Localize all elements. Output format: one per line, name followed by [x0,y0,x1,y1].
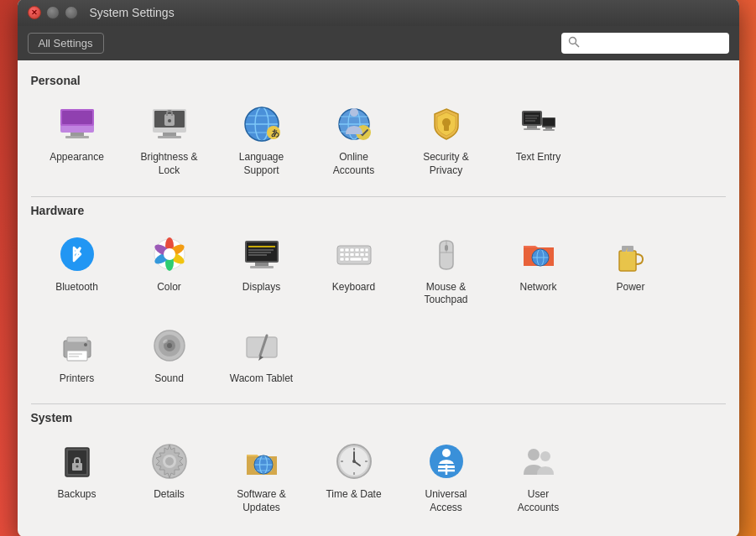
svg-rect-88 [69,353,82,355]
svg-point-102 [76,466,78,468]
svg-rect-36 [543,118,555,126]
divider-hardware [31,196,726,197]
setting-backups[interactable]: Backups [31,431,123,523]
svg-rect-69 [355,252,359,256]
brightness-lock-label: Brightness &Lock [140,151,197,177]
svg-point-94 [167,343,172,348]
section-title-personal: Personal [31,74,726,87]
language-support-label: LanguageSupport [239,151,284,177]
titlebar: ✕ System Settings [18,0,739,26]
system-grid: Backups Details [31,431,726,523]
mouse-touchpad-label: Mouse &Touchpad [424,281,467,307]
setting-wacom-tablet[interactable]: Wacom Tablet [216,315,308,394]
search-input[interactable] [585,37,722,49]
universal-access-icon [425,440,468,483]
all-settings-button[interactable]: All Settings [28,33,104,54]
setting-printers[interactable]: Printers [31,315,123,394]
svg-rect-54 [250,266,274,268]
svg-point-12 [168,119,171,122]
svg-point-0 [569,38,576,44]
network-label: Network [519,281,556,294]
close-button[interactable]: ✕ [28,6,41,19]
online-accounts-label: OnlineAccounts [333,151,374,177]
svg-rect-68 [350,252,354,256]
setting-text-entry[interactable]: Text Entry [493,94,585,185]
svg-rect-63 [355,248,359,252]
user-accounts-icon [517,440,560,483]
svg-rect-86 [67,337,87,342]
svg-rect-71 [365,252,368,256]
minimize-button[interactable] [46,6,60,19]
svg-point-28 [350,108,358,117]
setting-security-privacy[interactable]: Security &Privacy [400,94,493,185]
setting-color[interactable]: Color [123,224,216,315]
wacom-tablet-label: Wacom Tablet [230,372,293,386]
bluetooth-label: Bluetooth [55,281,98,294]
setting-network[interactable]: Network [493,224,585,315]
svg-rect-73 [345,258,349,261]
setting-sound[interactable]: Sound [123,315,216,394]
setting-time-date[interactable]: Time & Date [308,431,400,523]
section-title-hardware: Hardware [31,204,726,217]
setting-displays[interactable]: Displays [216,224,308,315]
svg-rect-75 [362,258,368,261]
setting-bluetooth[interactable]: Bluetooth [31,224,123,315]
search-box [561,33,729,54]
language-support-icon: あ [240,102,284,146]
system-settings-window: ✕ System Settings All Settings Personal [18,0,739,536]
svg-point-90 [84,343,87,346]
svg-rect-74 [350,258,362,261]
sound-label: Sound [154,372,184,386]
setting-appearance[interactable]: Appearance [31,94,123,185]
printers-label: Printers [60,372,94,386]
svg-rect-4 [62,111,92,124]
setting-user-accounts[interactable]: UserAccounts [493,431,585,523]
setting-language-support[interactable]: あ LanguageSupport [216,94,308,185]
search-icon [568,36,580,50]
power-label: Power [616,281,644,294]
setting-brightness-lock[interactable]: Brightness &Lock [123,94,216,185]
setting-software-updates[interactable]: Software &Updates [216,431,308,523]
mouse-touchpad-icon [425,232,468,276]
svg-line-1 [575,44,579,48]
appearance-icon [55,102,99,146]
keyboard-icon [332,232,376,276]
setting-universal-access[interactable]: UniversalAccess [400,431,493,523]
svg-point-50 [164,248,175,260]
svg-rect-65 [365,248,368,252]
setting-mouse-touchpad[interactable]: Mouse &Touchpad [400,224,493,315]
svg-rect-34 [524,128,540,130]
svg-rect-33 [527,126,537,128]
backups-label: Backups [57,488,96,502]
svg-rect-66 [340,252,344,256]
settings-content: Personal Appearance [18,60,739,536]
keyboard-label: Keyboard [332,281,375,294]
svg-rect-37 [545,127,552,129]
software-updates-icon [240,440,284,483]
setting-online-accounts[interactable]: OnlineAccounts [308,94,400,185]
setting-power[interactable]: Power [585,224,677,315]
svg-rect-10 [158,136,181,138]
svg-rect-70 [360,252,364,256]
svg-point-106 [165,457,174,466]
user-accounts-label: UserAccounts [518,488,559,514]
backups-icon [55,440,99,483]
window-title: System Settings [90,6,175,19]
security-privacy-label: Security &Privacy [423,151,469,177]
maximize-button[interactable] [65,6,78,19]
svg-rect-83 [619,251,636,271]
text-entry-icon [517,102,560,146]
svg-rect-78 [445,245,448,251]
svg-rect-5 [70,133,84,136]
setting-details[interactable]: Details [123,431,216,523]
setting-keyboard[interactable]: Keyboard [308,224,400,315]
appearance-label: Appearance [50,151,104,164]
svg-rect-61 [345,248,349,252]
window-controls: ✕ [28,6,78,19]
time-date-icon [332,440,376,483]
svg-point-123 [442,449,451,457]
displays-label: Displays [242,281,280,294]
svg-rect-60 [340,248,344,252]
svg-rect-64 [360,248,364,252]
power-icon [609,232,653,276]
